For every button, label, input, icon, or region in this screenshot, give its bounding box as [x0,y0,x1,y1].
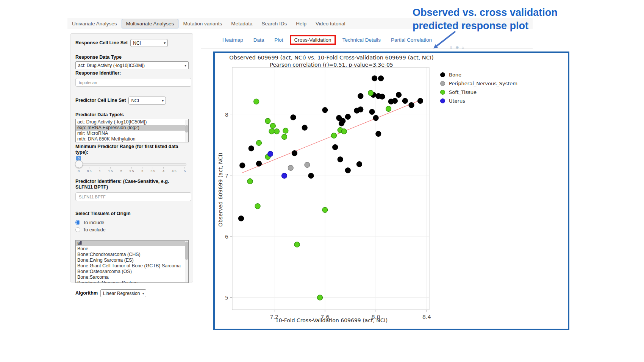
listbox-option-bone-ewing-sarcoma-es[interactable]: Bone:Ewing Sarcoma (ES) [76,257,188,263]
nav-item-help[interactable]: Help [291,19,311,28]
data-point-bone [392,98,397,103]
tab-heatmap[interactable]: Heatmap [222,35,244,45]
data-point-soft-tissue [283,128,288,133]
data-point-soft-tissue [294,242,300,247]
home-icon[interactable]: ⌂ [461,45,464,50]
tab-plot[interactable]: Plot [274,35,284,45]
algorithm-value: Linear Regression [103,291,140,296]
data-point-bone [357,162,362,167]
listbox-option-act-drug-activity-log10-ic50m[interactable]: act: Drug Activity (-log10[IC50M]) [76,119,188,125]
slider-tick-label: 2 [118,169,124,173]
legend-label: Soft_Tissue [449,89,477,95]
radio-to-include[interactable]: To include [75,219,188,226]
data-point-bone [256,161,262,166]
legend-item-soft-tissue[interactable]: Soft_Tissue [440,88,517,97]
slider-tick [100,167,100,169]
chart-legend: BonePeripheral_Nervous_SystemSoft_Tissue… [440,70,517,105]
slider-tick [153,167,153,169]
data-point-bone [402,98,408,103]
tab-cross-validation[interactable]: Cross-Validation [290,35,336,45]
data-point-soft-tissue [322,207,328,212]
listbox-option-mir-microrna[interactable]: mir: MicroRNA [76,131,188,136]
scrollbar-thumb[interactable] [185,125,188,133]
slider-tick-label: 3.5 [150,169,156,173]
nav-item-video-tutorial[interactable]: Video tutorial [311,19,350,28]
legend-item-uterus[interactable]: Uterus [440,97,517,105]
data-point-soft-tissue [282,134,287,139]
listbox-option-all[interactable]: all [76,240,188,246]
predictor-identifiers-input[interactable] [75,192,191,201]
tab-data[interactable]: Data [253,35,265,45]
data-point-soft-tissue [255,204,260,209]
tissue-listbox[interactable]: allBoneBone:Chondrosarcoma (CHS)Bone:Ewi… [75,240,189,283]
nav-item-search-ids[interactable]: Search IDs [257,19,291,28]
listbox-option-bone-osteosarcoma-os[interactable]: Bone:Osteosarcoma (OS) [76,269,188,275]
data-point-bone [302,125,307,130]
sidebar-form: Response Cell Line Set NCI ▾ Response Da… [70,33,193,282]
listbox-option-bone-sarcoma[interactable]: Bone:Sarcoma [76,275,188,280]
legend-item-peripheral-nervous-system[interactable]: Peripheral_Nervous_System [440,79,517,88]
algorithm-label: Algorithm [75,290,98,296]
y-tick-label: 5 [225,295,228,301]
data-point-soft-tissue [256,140,262,145]
listbox-option-exp-mrna-expression-log2[interactable]: exp: mRNA Expression (log2) [76,125,188,131]
slider-tick [131,167,132,169]
listbox-option-bone-chondrosarcoma-chs[interactable]: Bone:Chondrosarcoma (CHS) [76,252,188,257]
legend-swatch-bone [440,72,445,77]
data-point-peripheral-nervous-system [305,162,310,167]
slider-tick [121,167,121,169]
nav-item-univariate-analyses[interactable]: Univariate Analyses [67,19,122,28]
data-point-bone [396,92,402,97]
scrollbar [185,120,188,142]
predictor-data-types-listbox[interactable]: act: Drug Activity (-log10[IC50M])exp: m… [75,119,189,142]
data-point-bone [378,76,384,81]
slider-tick-label: 2.5 [128,169,135,173]
predictor-cell-line-set-select[interactable]: NCI ▾ [128,97,166,105]
chevron-down-icon: ▾ [164,41,166,45]
min-predictor-range-slider[interactable]: 0 00.511.522.533.544.55 [76,156,189,174]
legend-swatch-uterus [440,98,445,103]
data-point-soft-tissue [270,123,275,128]
slider-track[interactable] [76,163,186,166]
response-data-type-select[interactable]: act: Drug Activity (-log10[IC50M]) ▾ [75,61,189,69]
listbox-option-bone-giant-cell-tumor-of-bone-gctb-sarcoma[interactable]: Bone:Giant Cell Tumor of Bone (GCTB) Sar… [76,263,188,269]
nav-item-metadata[interactable]: Metadata [227,19,257,28]
data-point-soft-tissue [269,129,274,134]
response-identifier-input[interactable] [75,78,191,87]
scrollbar [185,241,188,282]
legend-swatch-soft-tissue [440,90,445,95]
data-point-uterus [268,151,273,156]
nav-item-mutation-variants[interactable]: Mutation variants [178,19,227,28]
legend-item-bone[interactable]: Bone [440,70,517,79]
listbox-option-peripheral-nervous-system[interactable]: Peripheral_Nervous_System [76,280,188,283]
predictor-data-types-label: Predictor Data Type/s [75,112,188,118]
data-point-bone [380,94,385,99]
nav-item-multivariate-analyses[interactable]: Multivariate Analyses [122,19,179,28]
annotation-arrow-icon [429,30,458,51]
slider-tick-label: 0 [75,169,82,173]
data-point-uterus [282,173,287,178]
radio-button-icon[interactable] [75,227,80,232]
data-point-bone [322,108,328,113]
algorithm-select[interactable]: Linear Regression ▾ [100,289,146,297]
response-data-type-value: act: Drug Activity (-log10[IC50M]) [78,63,145,68]
scrollbar-thumb[interactable] [185,242,188,260]
listbox-option-mth-dna-850k-methylation[interactable]: mth: DNA 850K Methylation [76,136,188,142]
chevron-down-icon: ▾ [162,98,164,103]
tabs-underline [201,48,533,48]
tab-partial-correlation[interactable]: Partial Correlation [390,35,433,45]
y-tick-label: 7 [225,173,228,179]
slider-tick-label: 4 [160,169,167,173]
response-cell-line-set-select[interactable]: NCI ▾ [130,39,168,47]
data-point-soft-tissue [368,90,374,96]
data-point-bone [358,107,363,112]
scatter-plot[interactable]: 7.27.68.08.45678 [232,67,429,310]
listbox-option-bone[interactable]: Bone [76,246,188,252]
radio-to-exclude[interactable]: To exclude [75,226,188,233]
radio-button-icon[interactable] [75,220,80,225]
response-cell-line-set-value: NCI [133,41,141,46]
response-cell-line-set-label: Response Cell Line Set [75,40,128,46]
chevron-down-icon: ▾ [184,63,186,67]
slider-tick-label: 0.5 [86,169,92,173]
tab-technical-details[interactable]: Technical Details [342,35,381,45]
